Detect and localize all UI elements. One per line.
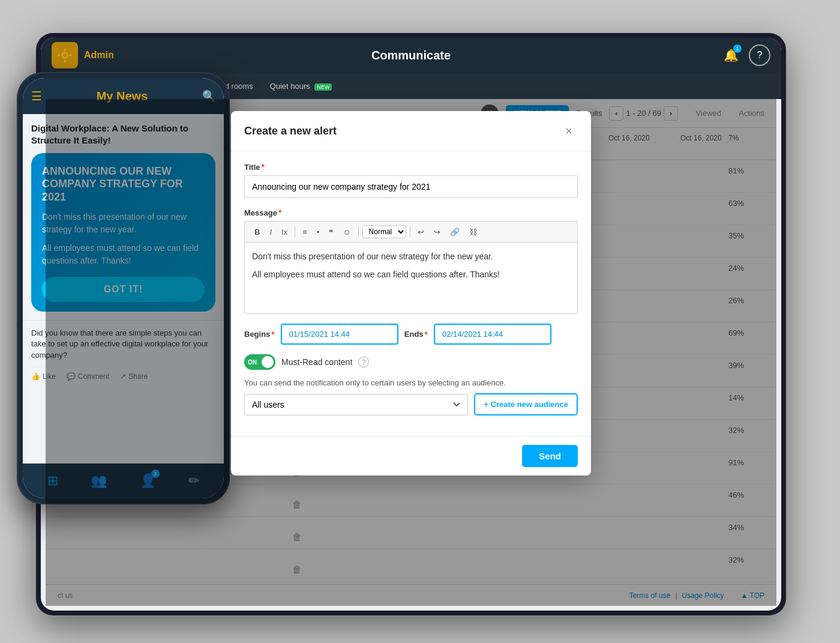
tablet-inner: Admin Communicate 🔔 1 ? Alerts Widgets <box>41 38 781 611</box>
title-label: Title * <box>244 162 578 172</box>
ends-label: Ends * <box>404 330 428 339</box>
svg-rect-2 <box>64 48 66 51</box>
admin-header: Admin Communicate 🔔 1 ? <box>41 38 781 73</box>
admin-logo <box>52 42 78 68</box>
toolbar-unlink[interactable]: ⛓ <box>466 226 481 238</box>
create-alert-modal: Create a new alert × Title * Message * <box>231 111 591 475</box>
must-read-help-icon[interactable]: ? <box>358 357 369 367</box>
nav-item-quiet-hours[interactable]: Quiet hours NEW <box>264 79 338 93</box>
required-star-msg: * <box>278 208 281 217</box>
svg-rect-3 <box>64 59 66 62</box>
header-icons: 🔔 1 ? <box>720 44 770 66</box>
required-star: * <box>262 162 265 172</box>
toggle-row: ON Must-Read content ? <box>244 354 578 370</box>
new-badge: NEW <box>314 83 332 91</box>
editor-line1: Don't miss this presentation of our new … <box>252 250 570 263</box>
message-editor[interactable]: Don't miss this presentation of our new … <box>244 242 578 314</box>
toolbar-strikethrough[interactable]: Ix <box>278 226 291 238</box>
toolbar-sep-2 <box>358 226 359 237</box>
toolbar-link[interactable]: 🔗 <box>446 226 463 238</box>
begins-input[interactable] <box>281 324 398 345</box>
toolbar-ol[interactable]: ≡ <box>299 226 311 238</box>
help-button[interactable]: ? <box>749 44 770 66</box>
menu-icon[interactable]: ☰ <box>31 89 42 103</box>
toolbar-italic[interactable]: I <box>266 226 275 238</box>
modal-body: Title * Message * B I Ix ≡ <box>231 151 591 436</box>
audience-select[interactable]: All users <box>244 394 468 415</box>
ends-input[interactable] <box>434 324 551 345</box>
begins-label: Begins * <box>244 330 275 339</box>
title-input[interactable] <box>244 175 578 198</box>
toggle-knob <box>262 356 274 368</box>
notif-badge: 1 <box>733 44 742 53</box>
toolbar-undo[interactable]: ↩ <box>414 226 428 238</box>
message-toolbar: B I Ix ≡ • ❝ ☺ Normal ↩ ↪ <box>244 221 578 242</box>
message-label: Message * <box>244 208 578 217</box>
modal-overlay: Create a new alert × Title * Message * <box>46 99 776 606</box>
modal-close-button[interactable]: × <box>560 122 578 140</box>
page-title: Communicate <box>371 49 451 62</box>
toggle-on-label: ON <box>248 359 257 366</box>
must-read-toggle[interactable]: ON <box>244 354 275 370</box>
audience-row: All users + Create new audience <box>244 393 578 415</box>
toolbar-format-select[interactable]: Normal <box>362 225 406 238</box>
must-read-label: Must-Read content <box>281 357 352 367</box>
editor-line2: All employees must attend so we can fiel… <box>252 268 570 281</box>
notifications-button[interactable]: 🔔 1 <box>720 44 742 66</box>
modal-header: Create a new alert × <box>231 111 591 151</box>
create-audience-button[interactable]: + Create new audience <box>474 393 578 415</box>
audience-info: You can send the notification only to ce… <box>244 378 578 387</box>
like-icon: 👍 <box>31 372 40 381</box>
toolbar-sep-3 <box>410 226 410 237</box>
toolbar-redo[interactable]: ↪ <box>430 226 444 238</box>
toolbar-emoji[interactable]: ☺ <box>339 226 354 238</box>
tablet: Admin Communicate 🔔 1 ? Alerts Widgets <box>36 33 786 615</box>
toolbar-quote[interactable]: ❝ <box>325 226 337 238</box>
dates-row: Begins * Ends * <box>244 324 578 345</box>
toolbar-ul[interactable]: • <box>313 226 323 238</box>
modal-title: Create a new alert <box>244 125 337 137</box>
svg-rect-4 <box>58 55 61 56</box>
send-button[interactable]: Send <box>522 445 578 467</box>
toolbar-sep-1 <box>295 226 295 237</box>
modal-footer: Send <box>231 436 591 475</box>
toolbar-bold[interactable]: B <box>251 226 263 238</box>
svg-point-1 <box>63 53 67 57</box>
svg-rect-5 <box>69 55 72 56</box>
